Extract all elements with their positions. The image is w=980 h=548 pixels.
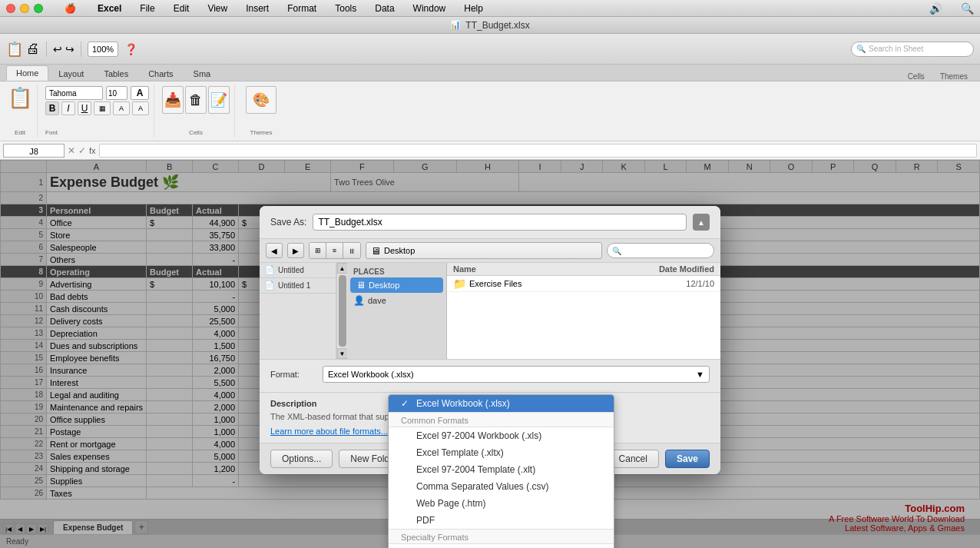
search-menu-icon[interactable]: 🔍 [961, 2, 974, 15]
search-box[interactable]: 🔍 [607, 243, 714, 258]
title-bar: 📊 TT_Budget.xlsx - □ [0, 17, 980, 34]
delete-btn[interactable]: 🗑 [185, 86, 207, 114]
themes-btn[interactable]: 🎨 [246, 86, 276, 114]
format-option-xltx[interactable]: Excel Template (.xltx) [389, 444, 614, 461]
format-row: Format: Excel Workbook (.xlsx) ▼ [270, 366, 710, 383]
bold-btn[interactable]: B [45, 101, 59, 115]
undo-btn[interactable]: ↩ [53, 43, 62, 55]
menu-file[interactable]: File [137, 3, 157, 14]
view-btns: ⊞ ≡ ⫼ [309, 242, 361, 259]
save-as-header: Save As: ▲ [260, 206, 720, 238]
scroll-thumb[interactable] [339, 275, 346, 347]
icon-view-btn[interactable]: ⊞ [310, 243, 326, 258]
paste-btn[interactable]: 📋 [8, 86, 32, 110]
expand-dialog-btn[interactable]: ▲ [693, 214, 710, 231]
specialty-formats-label: Specialty Formats [389, 529, 614, 544]
back-btn[interactable]: ◀ [266, 243, 283, 258]
menu-excel[interactable]: Excel [94, 3, 124, 14]
name-col-header[interactable]: Name [453, 264, 653, 274]
help-icon[interactable]: ❓ [124, 43, 137, 55]
options-btn[interactable]: Options... [270, 450, 333, 468]
close-btn[interactable] [6, 4, 15, 13]
doc-icon-2: 📄 [264, 281, 275, 291]
recent-item-1[interactable]: 📄 Untitled [260, 263, 336, 278]
format-option-csv[interactable]: Comma Separated Values (.csv) [389, 478, 614, 495]
recent-item-2[interactable]: 📄 Untitled 1 [260, 278, 336, 294]
maximize-btn[interactable] [34, 4, 43, 13]
tab-tables[interactable]: Tables [94, 65, 138, 81]
column-view-btn[interactable]: ⫼ [343, 243, 360, 258]
ribbon-tabs: Home Layout Tables Charts Sma Cells Them… [0, 65, 980, 81]
tab-sma[interactable]: Sma [184, 65, 221, 81]
menu-insert[interactable]: Insert [243, 3, 272, 14]
dropdown-arrow: ▼ [696, 370, 704, 379]
font-color-btn[interactable]: A [132, 101, 149, 115]
format-dropdown[interactable]: Excel Workbook (.xlsx) ▼ [323, 366, 710, 383]
format-xltx-label: Excel Template (.xltx) [416, 447, 504, 458]
menu-data[interactable]: Data [372, 3, 397, 14]
date-col-header[interactable]: Date Modified [653, 264, 714, 274]
redo-btn[interactable]: ↪ [65, 43, 74, 55]
tab-charts[interactable]: Charts [138, 65, 183, 81]
format-option-xlsb[interactable]: Excel Binary Workbook (.xlsb) [389, 544, 614, 548]
scroll-down[interactable]: ▼ [337, 348, 348, 359]
toolbar-icon-1[interactable]: 📋 [6, 41, 23, 58]
ribbon-right-controls: Cells Themes [902, 72, 974, 81]
tab-home[interactable]: Home [6, 65, 48, 81]
format-option-xls[interactable]: Excel 97-2004 Workbook (.xls) [389, 427, 614, 444]
common-formats-label: Common Formats [389, 412, 614, 427]
format-csv-label: Comma Separated Values (.csv) [416, 481, 549, 492]
insert-btn[interactable]: 📥 [162, 86, 184, 114]
format-option-htm[interactable]: Web Page (.htm) [389, 495, 614, 512]
border-btn[interactable]: ▦ [94, 101, 111, 115]
formula-confirm[interactable]: ✓ [78, 145, 86, 156]
menu-format[interactable]: Format [284, 3, 319, 14]
format-option-pdf[interactable]: PDF [389, 512, 614, 529]
menu-edit[interactable]: Edit [171, 3, 193, 14]
menu-bar: 🍎 Excel File Edit View Insert Format Too… [0, 0, 980, 17]
sidebar-item-dave[interactable]: 👤 dave [347, 293, 446, 308]
mac-window-controls [6, 4, 43, 13]
font-size-input[interactable]: 10 [106, 86, 127, 100]
menu-help[interactable]: Help [461, 3, 486, 14]
underline-btn[interactable]: U [78, 101, 91, 115]
fill-color-btn[interactable]: A [113, 101, 130, 115]
sidebar-item-desktop[interactable]: 🖥 Desktop [350, 277, 443, 293]
font-size-large[interactable]: A [131, 86, 149, 100]
list-view-btn[interactable]: ≡ [326, 243, 343, 258]
format-cells-btn[interactable]: 📝 [208, 86, 230, 114]
cancel-btn[interactable]: Cancel [608, 450, 659, 468]
learn-more-link[interactable]: Learn more about file formats... [270, 427, 388, 436]
scroll-up[interactable]: ▲ [337, 263, 348, 274]
search-placeholder: Search in Sheet [869, 45, 923, 53]
menu-window[interactable]: Window [410, 3, 449, 14]
file-icon: 📊 [450, 20, 461, 30]
minimize-btn[interactable] [20, 4, 29, 13]
format-option-xlsx[interactable]: ✓ Excel Workbook (.xlsx) [389, 395, 614, 412]
format-option-xlt[interactable]: Excel 97-2004 Template (.xlt) [389, 461, 614, 478]
toolbar-icon-2[interactable]: 🖨 [26, 41, 40, 57]
search-sheet-box[interactable]: 🔍 Search in Sheet [851, 42, 974, 57]
zoom-control[interactable]: 100% [88, 42, 118, 57]
window-title: TT_Budget.xlsx [465, 20, 529, 31]
sidebar-desktop-label: Desktop [369, 281, 399, 290]
menu-tools[interactable]: Tools [332, 3, 359, 14]
save-btn[interactable]: Save [665, 450, 710, 468]
desktop-icon: 🖥 [356, 280, 366, 291]
menu-view[interactable]: View [204, 3, 230, 14]
apple-menu[interactable]: 🍎 [61, 3, 79, 14]
italic-btn[interactable]: I [61, 101, 75, 115]
font-name-input[interactable]: Tahoma [45, 86, 103, 100]
speaker-icon[interactable]: 🔊 [929, 2, 942, 15]
themes-label: Themes [250, 129, 273, 136]
formula-cancel[interactable]: ✕ [68, 145, 75, 156]
app-container: 🍎 Excel File Edit View Insert Format Too… [0, 0, 980, 548]
tab-layout[interactable]: Layout [48, 65, 94, 81]
file-item-exercise[interactable]: 📁 Exercise Files 12/1/10 [447, 276, 720, 292]
filename-input[interactable] [313, 214, 687, 231]
cell-ref[interactable]: J8 [3, 144, 65, 158]
file-list-wrapper: PLACES 🖥 Desktop 👤 dave [347, 263, 720, 359]
formula-input[interactable] [99, 144, 977, 158]
formula-fx[interactable]: fx [89, 146, 96, 155]
forward-btn[interactable]: ▶ [287, 243, 304, 258]
